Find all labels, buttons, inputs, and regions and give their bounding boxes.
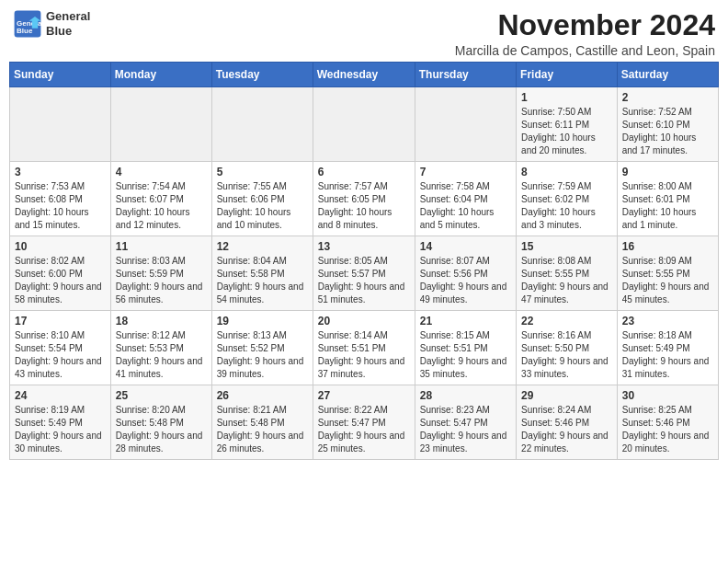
day-number: 1 <box>521 91 612 104</box>
day-number: 5 <box>217 166 308 178</box>
day-number: 18 <box>116 315 207 327</box>
day-number: 3 <box>15 166 106 178</box>
weekday-header: Friday <box>517 63 618 87</box>
day-info: Sunrise: 8:22 AM Sunset: 5:47 PM Dayligh… <box>318 404 410 455</box>
calendar-cell: 7Sunrise: 7:58 AM Sunset: 6:04 PM Daylig… <box>415 162 516 236</box>
weekday-header: Tuesday <box>211 63 313 87</box>
calendar-cell: 26Sunrise: 8:21 AM Sunset: 5:48 PM Dayli… <box>211 385 313 460</box>
calendar-cell: 10Sunrise: 8:02 AM Sunset: 6:00 PM Dayli… <box>10 236 111 311</box>
day-info: Sunrise: 7:54 AM Sunset: 6:07 PM Dayligh… <box>116 180 207 232</box>
day-info: Sunrise: 8:13 AM Sunset: 5:52 PM Dayligh… <box>217 329 308 381</box>
day-number: 7 <box>420 166 511 178</box>
calendar-header-row: SundayMondayTuesdayWednesdayThursdayFrid… <box>10 63 719 87</box>
day-info: Sunrise: 8:25 AM Sunset: 5:46 PM Dayligh… <box>622 404 713 455</box>
calendar-cell: 29Sunrise: 8:24 AM Sunset: 5:46 PM Dayli… <box>517 385 618 460</box>
day-number: 20 <box>318 315 410 327</box>
calendar-cell: 28Sunrise: 8:23 AM Sunset: 5:47 PM Dayli… <box>415 385 516 460</box>
weekday-header: Sunday <box>10 63 111 87</box>
calendar-cell: 15Sunrise: 8:08 AM Sunset: 5:55 PM Dayli… <box>517 236 618 311</box>
day-number: 16 <box>622 240 713 253</box>
day-number: 24 <box>15 389 106 402</box>
calendar-cell: 16Sunrise: 8:09 AM Sunset: 5:55 PM Dayli… <box>617 236 718 311</box>
calendar-cell: 4Sunrise: 7:54 AM Sunset: 6:07 PM Daylig… <box>110 162 211 236</box>
page-header: General Blue General Blue November 2024 … <box>9 9 719 58</box>
weekday-header: Saturday <box>617 63 718 87</box>
day-info: Sunrise: 8:05 AM Sunset: 5:57 PM Dayligh… <box>318 255 410 306</box>
day-info: Sunrise: 7:55 AM Sunset: 6:06 PM Dayligh… <box>217 180 308 232</box>
day-number: 6 <box>318 166 410 178</box>
calendar-table: SundayMondayTuesdayWednesdayThursdayFrid… <box>9 62 719 460</box>
day-number: 9 <box>622 166 713 178</box>
calendar-cell: 23Sunrise: 8:18 AM Sunset: 5:49 PM Dayli… <box>617 311 718 385</box>
day-info: Sunrise: 8:10 AM Sunset: 5:54 PM Dayligh… <box>15 329 106 381</box>
day-number: 28 <box>420 389 511 402</box>
calendar-cell: 27Sunrise: 8:22 AM Sunset: 5:47 PM Dayli… <box>313 385 415 460</box>
weekday-header: Thursday <box>415 63 516 87</box>
day-number: 21 <box>420 315 511 327</box>
calendar-cell <box>313 87 415 162</box>
day-number: 11 <box>116 240 207 253</box>
month-title: November 2024 <box>455 9 715 41</box>
calendar-cell <box>415 87 516 162</box>
day-info: Sunrise: 7:50 AM Sunset: 6:11 PM Dayligh… <box>521 106 612 157</box>
calendar-cell: 5Sunrise: 7:55 AM Sunset: 6:06 PM Daylig… <box>211 162 313 236</box>
weekday-header: Wednesday <box>313 63 415 87</box>
calendar-cell: 30Sunrise: 8:25 AM Sunset: 5:46 PM Dayli… <box>617 385 718 460</box>
calendar-cell: 14Sunrise: 8:07 AM Sunset: 5:56 PM Dayli… <box>415 236 516 311</box>
day-number: 17 <box>15 315 106 327</box>
calendar-cell: 21Sunrise: 8:15 AM Sunset: 5:51 PM Dayli… <box>415 311 516 385</box>
calendar-week-row: 1Sunrise: 7:50 AM Sunset: 6:11 PM Daylig… <box>10 87 719 162</box>
svg-text:Blue: Blue <box>17 27 33 35</box>
day-info: Sunrise: 8:15 AM Sunset: 5:51 PM Dayligh… <box>420 329 511 381</box>
day-info: Sunrise: 8:07 AM Sunset: 5:56 PM Dayligh… <box>420 255 511 306</box>
day-info: Sunrise: 8:20 AM Sunset: 5:48 PM Dayligh… <box>116 404 207 455</box>
day-info: Sunrise: 8:21 AM Sunset: 5:48 PM Dayligh… <box>217 404 308 455</box>
day-info: Sunrise: 8:04 AM Sunset: 5:58 PM Dayligh… <box>217 255 308 306</box>
day-info: Sunrise: 7:57 AM Sunset: 6:05 PM Dayligh… <box>318 180 410 232</box>
day-info: Sunrise: 7:53 AM Sunset: 6:08 PM Dayligh… <box>15 180 106 232</box>
calendar-cell <box>211 87 313 162</box>
calendar-week-row: 10Sunrise: 8:02 AM Sunset: 6:00 PM Dayli… <box>10 236 719 311</box>
calendar-cell: 8Sunrise: 7:59 AM Sunset: 6:02 PM Daylig… <box>517 162 618 236</box>
calendar-cell <box>110 87 211 162</box>
calendar-cell: 18Sunrise: 8:12 AM Sunset: 5:53 PM Dayli… <box>110 311 211 385</box>
day-number: 23 <box>622 315 713 327</box>
day-number: 19 <box>217 315 308 327</box>
day-info: Sunrise: 8:09 AM Sunset: 5:55 PM Dayligh… <box>622 255 713 306</box>
calendar-cell: 20Sunrise: 8:14 AM Sunset: 5:51 PM Dayli… <box>313 311 415 385</box>
calendar-cell: 1Sunrise: 7:50 AM Sunset: 6:11 PM Daylig… <box>517 87 618 162</box>
day-number: 27 <box>318 389 410 402</box>
day-number: 26 <box>217 389 308 402</box>
day-info: Sunrise: 7:59 AM Sunset: 6:02 PM Dayligh… <box>521 180 612 232</box>
calendar-week-row: 24Sunrise: 8:19 AM Sunset: 5:49 PM Dayli… <box>10 385 719 460</box>
day-number: 2 <box>622 91 713 104</box>
calendar-cell: 2Sunrise: 7:52 AM Sunset: 6:10 PM Daylig… <box>617 87 718 162</box>
day-info: Sunrise: 8:12 AM Sunset: 5:53 PM Dayligh… <box>116 329 207 381</box>
day-info: Sunrise: 8:02 AM Sunset: 6:00 PM Dayligh… <box>15 255 106 306</box>
day-info: Sunrise: 8:14 AM Sunset: 5:51 PM Dayligh… <box>318 329 410 381</box>
day-number: 29 <box>521 389 612 402</box>
day-info: Sunrise: 8:08 AM Sunset: 5:55 PM Dayligh… <box>521 255 612 306</box>
calendar-cell: 11Sunrise: 8:03 AM Sunset: 5:59 PM Dayli… <box>110 236 211 311</box>
day-info: Sunrise: 8:19 AM Sunset: 5:49 PM Dayligh… <box>15 404 106 455</box>
day-info: Sunrise: 8:18 AM Sunset: 5:49 PM Dayligh… <box>622 329 713 381</box>
calendar-cell: 12Sunrise: 8:04 AM Sunset: 5:58 PM Dayli… <box>211 236 313 311</box>
day-number: 12 <box>217 240 308 253</box>
logo-icon: General Blue <box>13 9 42 39</box>
calendar-cell <box>10 87 111 162</box>
calendar-cell: 22Sunrise: 8:16 AM Sunset: 5:50 PM Dayli… <box>517 311 618 385</box>
calendar-cell: 19Sunrise: 8:13 AM Sunset: 5:52 PM Dayli… <box>211 311 313 385</box>
day-number: 10 <box>15 240 106 253</box>
day-number: 15 <box>521 240 612 253</box>
day-info: Sunrise: 8:23 AM Sunset: 5:47 PM Dayligh… <box>420 404 511 455</box>
day-number: 14 <box>420 240 511 253</box>
day-info: Sunrise: 8:03 AM Sunset: 5:59 PM Dayligh… <box>116 255 207 306</box>
calendar-week-row: 17Sunrise: 8:10 AM Sunset: 5:54 PM Dayli… <box>10 311 719 385</box>
day-info: Sunrise: 8:16 AM Sunset: 5:50 PM Dayligh… <box>521 329 612 381</box>
calendar-cell: 13Sunrise: 8:05 AM Sunset: 5:57 PM Dayli… <box>313 236 415 311</box>
calendar-cell: 3Sunrise: 7:53 AM Sunset: 6:08 PM Daylig… <box>10 162 111 236</box>
calendar-week-row: 3Sunrise: 7:53 AM Sunset: 6:08 PM Daylig… <box>10 162 719 236</box>
day-info: Sunrise: 7:52 AM Sunset: 6:10 PM Dayligh… <box>622 106 713 157</box>
calendar-cell: 25Sunrise: 8:20 AM Sunset: 5:48 PM Dayli… <box>110 385 211 460</box>
weekday-header: Monday <box>110 63 211 87</box>
